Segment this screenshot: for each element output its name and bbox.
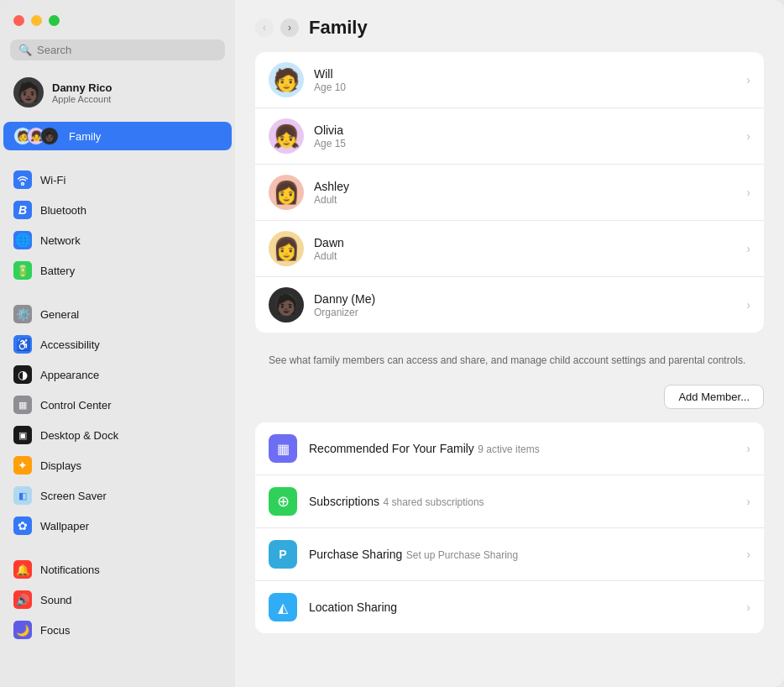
member-avatar-olivia: 👧 bbox=[269, 118, 304, 154]
member-name-olivia: Olivia bbox=[314, 123, 736, 137]
add-member-button[interactable]: Add Member... bbox=[664, 385, 764, 409]
add-member-row: Add Member... bbox=[255, 378, 764, 422]
network-icon: 🌐 bbox=[13, 231, 32, 249]
sidebar-separator-2 bbox=[0, 286, 235, 299]
close-button[interactable] bbox=[13, 15, 24, 26]
sidebar-item-appearance-label: Appearance bbox=[40, 369, 99, 381]
sidebar-item-bluetooth-label: Bluetooth bbox=[40, 204, 86, 217]
family-member-danny[interactable]: 🧑🏿 Danny (Me) Organizer › bbox=[255, 277, 764, 333]
sidebar-item-accessibility-label: Accessibility bbox=[40, 338, 100, 351]
search-bar[interactable]: 🔍 bbox=[10, 39, 225, 60]
service-name-purchase: Purchase Sharing bbox=[309, 548, 402, 561]
member-subtitle-olivia: Age 15 bbox=[314, 138, 736, 149]
location-icon: ◭ bbox=[269, 593, 297, 621]
service-subscriptions[interactable]: ⊕ Subscriptions 4 shared subscriptions › bbox=[255, 475, 764, 528]
traffic-lights bbox=[0, 0, 235, 36]
family-avatar-danny: 🧑🏿 bbox=[40, 127, 59, 145]
service-subtitle-recommended: 9 active items bbox=[478, 443, 539, 455]
chevron-right-recommended: › bbox=[746, 442, 750, 455]
service-name-subscriptions: Subscriptions bbox=[309, 495, 379, 508]
sidebar-item-family[interactable]: 🧑 👧 🧑🏿 Family bbox=[3, 122, 232, 150]
service-purchase[interactable]: P Purchase Sharing Set up Purchase Shari… bbox=[255, 528, 764, 581]
search-input[interactable] bbox=[37, 44, 217, 56]
member-avatar-ashley: 👩 bbox=[269, 175, 304, 210]
sidebar-item-general[interactable]: ⚙️ General bbox=[3, 300, 232, 328]
chevron-right-location: › bbox=[746, 600, 750, 614]
service-name-recommended: Recommended For Your Family bbox=[309, 442, 474, 455]
family-description: See what family members can access and s… bbox=[255, 343, 764, 378]
sidebar-item-network-label: Network bbox=[40, 234, 81, 247]
service-recommended[interactable]: ▦ Recommended For Your Family 9 active i… bbox=[255, 422, 764, 475]
main-content: ‹ › Family 🧑 Will Age 10 › 👧 bbox=[235, 0, 784, 687]
notifications-icon: 🔔 bbox=[13, 560, 32, 579]
member-subtitle-ashley: Adult bbox=[314, 194, 736, 206]
sidebar-item-network[interactable]: 🌐 Network bbox=[3, 226, 232, 254]
chevron-right-ashley: › bbox=[746, 186, 750, 199]
desktop-icon: ▣ bbox=[13, 426, 32, 444]
family-member-ashley[interactable]: 👩 Ashley Adult › bbox=[255, 165, 764, 221]
apple-account-item[interactable]: 🧑🏿 Danny Rico Apple Account bbox=[3, 71, 232, 114]
focus-icon: 🌙 bbox=[13, 621, 32, 639]
member-avatar-dawn: 👩 bbox=[269, 231, 304, 266]
family-member-olivia[interactable]: 👧 Olivia Age 15 › bbox=[255, 108, 764, 165]
sidebar-item-controlcenter-label: Control Center bbox=[40, 399, 112, 412]
account-emoji: 🧑🏿 bbox=[16, 82, 41, 102]
sidebar-item-bluetooth[interactable]: B Bluetooth bbox=[3, 196, 232, 224]
screensaver-icon: ◧ bbox=[13, 486, 32, 505]
sidebar-item-sound[interactable]: 🔊 Sound bbox=[3, 585, 232, 614]
appearance-icon: ◑ bbox=[13, 365, 32, 384]
controlcenter-icon: ▦ bbox=[13, 396, 32, 414]
chevron-right-olivia: › bbox=[746, 129, 750, 143]
sidebar-item-wallpaper[interactable]: ✿ Wallpaper bbox=[3, 511, 232, 540]
sidebar-item-wallpaper-label: Wallpaper bbox=[40, 520, 89, 532]
service-location[interactable]: ◭ Location Sharing › bbox=[255, 581, 764, 633]
family-member-will[interactable]: 🧑 Will Age 10 › bbox=[255, 52, 764, 108]
member-name-danny: Danny (Me) bbox=[314, 292, 736, 306]
search-icon: 🔍 bbox=[18, 44, 32, 56]
wifi-icon bbox=[13, 170, 32, 189]
sidebar-item-general-label: General bbox=[40, 308, 79, 321]
member-info-will: Will Age 10 bbox=[314, 67, 736, 93]
sidebar-item-displays-label: Displays bbox=[40, 459, 81, 472]
sidebar-separator-3 bbox=[0, 541, 235, 554]
minimize-button[interactable] bbox=[31, 15, 42, 26]
sidebar-item-screensaver[interactable]: ◧ Screen Saver bbox=[3, 481, 232, 510]
family-members-card: 🧑 Will Age 10 › 👧 Olivia Age 15 › bbox=[255, 52, 764, 333]
chevron-right-purchase: › bbox=[746, 548, 750, 561]
back-button[interactable]: ‹ bbox=[255, 18, 274, 37]
sidebar-item-battery[interactable]: 🔋 Battery bbox=[3, 256, 232, 285]
sidebar-item-controlcenter[interactable]: ▦ Control Center bbox=[3, 391, 232, 419]
member-info-danny: Danny (Me) Organizer bbox=[314, 292, 736, 318]
service-info-subscriptions: Subscriptions 4 shared subscriptions bbox=[309, 494, 734, 509]
forward-button[interactable]: › bbox=[280, 18, 299, 37]
member-name-will: Will bbox=[314, 67, 736, 81]
sidebar-item-accessibility[interactable]: ♿ Accessibility bbox=[3, 330, 232, 359]
sound-icon: 🔊 bbox=[13, 590, 32, 609]
family-member-dawn[interactable]: 👩 Dawn Adult › bbox=[255, 221, 764, 277]
bluetooth-icon: B bbox=[13, 201, 32, 219]
sidebar-item-focus[interactable]: 🌙 Focus bbox=[3, 616, 232, 644]
sidebar-separator-1 bbox=[0, 151, 235, 165]
service-subtitle-subscriptions: 4 shared subscriptions bbox=[384, 496, 484, 508]
sidebar-item-wifi[interactable]: Wi-Fi bbox=[3, 165, 232, 194]
sidebar: 🔍 🧑🏿 Danny Rico Apple Account 🧑 👧 🧑🏿 Fam… bbox=[0, 0, 235, 687]
service-name-location: Location Sharing bbox=[309, 600, 397, 614]
member-info-olivia: Olivia Age 15 bbox=[314, 123, 736, 149]
account-subtitle: Apple Account bbox=[52, 94, 112, 104]
chevron-right-dawn: › bbox=[746, 242, 750, 255]
maximize-button[interactable] bbox=[49, 15, 60, 26]
accessibility-icon: ♿ bbox=[13, 335, 32, 354]
sidebar-item-desktop[interactable]: ▣ Desktop & Dock bbox=[3, 421, 232, 449]
general-icon: ⚙️ bbox=[13, 305, 32, 323]
member-name-ashley: Ashley bbox=[314, 180, 736, 193]
chevron-right-will: › bbox=[746, 73, 750, 87]
sidebar-item-displays[interactable]: ✦ Displays bbox=[3, 451, 232, 480]
chevron-right-danny: › bbox=[746, 298, 750, 312]
sidebar-item-screensaver-label: Screen Saver bbox=[40, 490, 107, 502]
page-title: Family bbox=[309, 17, 368, 39]
account-avatar: 🧑🏿 bbox=[13, 77, 44, 108]
main-window: 🔍 🧑🏿 Danny Rico Apple Account 🧑 👧 🧑🏿 Fam… bbox=[0, 0, 784, 687]
sidebar-item-appearance[interactable]: ◑ Appearance bbox=[3, 360, 232, 389]
wallpaper-icon: ✿ bbox=[13, 517, 32, 535]
sidebar-item-notifications[interactable]: 🔔 Notifications bbox=[3, 555, 232, 584]
